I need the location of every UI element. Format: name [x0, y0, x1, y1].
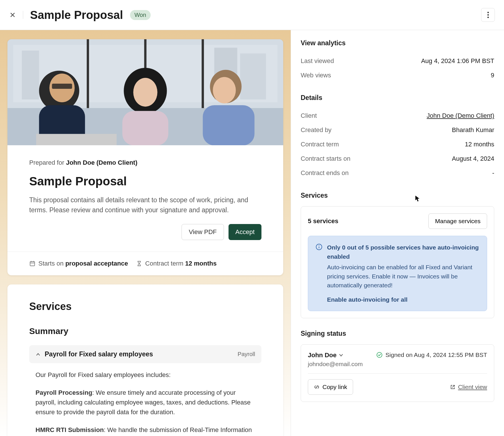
info-body: Auto-invoicing can be enabled for all Fi… [327, 263, 479, 290]
client-label: Client [301, 112, 317, 119]
service-item-body: Our Payroll for Fixed salary employees i… [29, 370, 261, 436]
hourglass-icon [136, 260, 142, 267]
svg-point-29 [319, 245, 320, 246]
svg-point-0 [487, 12, 489, 13]
details-section: Details ClientJohn Doe (Demo Client) Cre… [301, 94, 494, 180]
document-preview-pane: Prepared for John Doe (Demo Client) Samp… [0, 30, 291, 436]
proposal-card: Prepared for John Doe (Demo Client) Samp… [7, 39, 283, 275]
svg-rect-21 [203, 105, 255, 145]
prepared-for-name: John Doe (Demo Client) [66, 159, 137, 166]
details-heading: Details [301, 94, 494, 102]
svg-rect-22 [36, 134, 117, 145]
starts-value: August 4, 2024 [452, 155, 494, 162]
services-panel-heading: Services [301, 192, 494, 199]
proposal-description: This proposal contains all details relev… [29, 195, 261, 215]
services-heading: Services [29, 301, 261, 313]
signer-name: John Doe [308, 351, 336, 359]
details-pane: View analytics Last viewedAug 4, 2024 1:… [291, 30, 504, 436]
services-panel-section: Services 5 services Manage services Only… [301, 192, 494, 318]
svg-point-20 [213, 77, 236, 103]
contract-term-value: 12 months [185, 260, 216, 267]
external-link-icon [450, 384, 456, 390]
page-title: Sample Proposal [30, 9, 123, 21]
starts-on-meta: Starts on proposal acceptance [29, 260, 128, 267]
services-document-card: Services Summary Payroll for Fixed salar… [7, 284, 283, 436]
signing-section: Signing status John Doe johndoe@email.co… [301, 330, 494, 402]
enable-auto-invoicing-link[interactable]: Enable auto-invoicing for all [327, 295, 479, 304]
chevron-up-icon [36, 352, 41, 357]
signer-name-row[interactable]: John Doe [308, 351, 363, 359]
starts-label: Contract starts on [301, 155, 351, 162]
ends-label: Contract ends on [301, 169, 349, 177]
signer-email: johndoe@email.com [308, 361, 363, 368]
svg-rect-7 [240, 54, 266, 100]
chevron-down-icon [339, 353, 343, 358]
web-views-label: Web views [301, 72, 331, 79]
analytics-section: View analytics Last viewedAug 4, 2024 1:… [301, 39, 494, 83]
more-menu-button[interactable] [481, 8, 495, 22]
status-badge: Won [130, 10, 151, 20]
service-item-name: Payroll for Fixed salary employees [45, 350, 153, 358]
check-circle-icon [376, 352, 383, 358]
service-item-tag: Payroll [238, 351, 255, 358]
auto-invoicing-info: Only 0 out of 5 possible services have a… [308, 236, 487, 311]
term-label: Contract term [301, 141, 339, 148]
signing-divider [308, 373, 487, 374]
contract-term-meta: Contract term 12 months [136, 260, 216, 267]
svg-rect-18 [122, 111, 168, 145]
contract-term-label: Contract term [145, 260, 185, 267]
svg-rect-15 [52, 84, 72, 89]
service-p1-title: Payroll Processing [36, 389, 92, 396]
close-button[interactable] [9, 11, 16, 18]
hero-image [7, 39, 283, 145]
proposal-title: Sample Proposal [29, 174, 261, 188]
calendar-icon [29, 260, 36, 267]
svg-point-2 [487, 17, 489, 18]
service-p2-title: HMRC RTI Submission [36, 426, 104, 433]
signed-status: Signed on Aug 4, 2024 12:55 PM BST [376, 351, 487, 358]
link-icon [314, 384, 320, 390]
created-by-label: Created by [301, 126, 332, 134]
service-item-header[interactable]: Payroll for Fixed salary employees Payro… [29, 345, 261, 363]
starts-on-label: Starts on [38, 260, 65, 267]
analytics-heading: View analytics [301, 39, 494, 47]
web-views-value: 9 [491, 72, 494, 79]
prepared-for: Prepared for John Doe (Demo Client) [29, 159, 261, 166]
manage-services-button[interactable]: Manage services [428, 213, 487, 229]
copy-link-label: Copy link [322, 384, 347, 390]
copy-link-button[interactable]: Copy link [308, 379, 353, 395]
svg-rect-23 [30, 262, 35, 266]
starts-on-value: proposal acceptance [65, 260, 128, 267]
svg-point-17 [133, 78, 157, 107]
term-value: 12 months [465, 141, 494, 148]
summary-heading: Summary [29, 326, 261, 336]
signing-heading: Signing status [301, 330, 494, 337]
more-vertical-icon [487, 12, 489, 18]
created-by-value: Bharath Kumar [452, 126, 494, 134]
svg-point-1 [487, 14, 489, 16]
svg-point-30 [377, 352, 382, 358]
service-intro: Our Payroll for Fixed salary employees i… [36, 370, 255, 380]
last-viewed-value: Aug 4, 2024 1:06 PM BST [421, 57, 494, 65]
svg-rect-8 [22, 51, 39, 100]
client-link[interactable]: John Doe (Demo Client) [427, 112, 494, 119]
view-pdf-button[interactable]: View PDF [182, 224, 224, 240]
close-icon [10, 12, 15, 18]
last-viewed-label: Last viewed [301, 57, 334, 65]
accept-button[interactable]: Accept [229, 224, 261, 240]
info-icon [316, 243, 322, 250]
services-count: 5 services [308, 217, 338, 225]
signed-text: Signed on Aug 4, 2024 12:55 PM BST [385, 351, 487, 358]
prepared-for-label: Prepared for [29, 159, 66, 166]
client-view-label: Client view [458, 384, 487, 390]
info-title: Only 0 out of 5 possible services have a… [327, 243, 479, 261]
ends-value: - [492, 169, 494, 177]
header-divider [23, 11, 23, 19]
client-view-link[interactable]: Client view [450, 384, 487, 390]
